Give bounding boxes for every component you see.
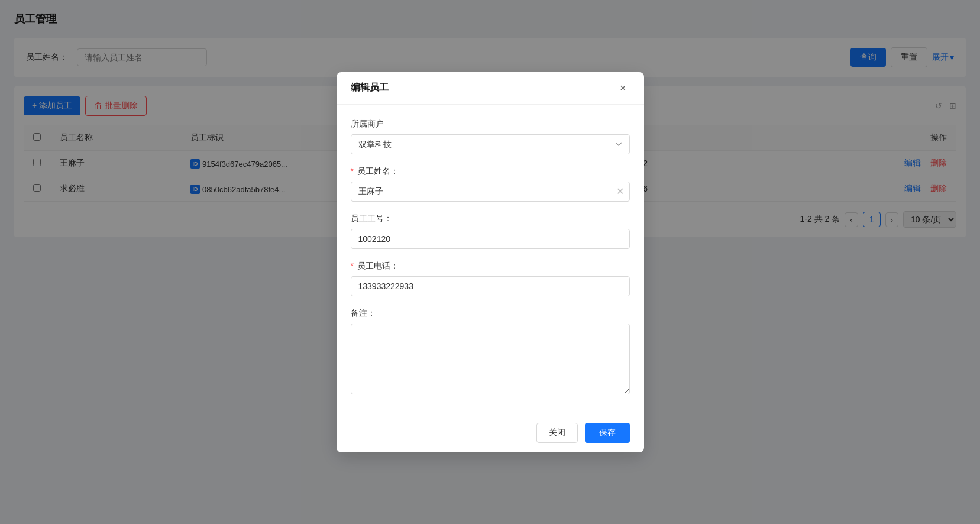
employee-id-field: 员工工号：	[351, 214, 630, 249]
required-mark: *	[351, 261, 354, 270]
edit-employee-modal: 编辑员工 × 所属商户 双掌科技 * 员工姓名： ✕	[337, 72, 644, 452]
remark-label: 备注：	[351, 308, 630, 319]
close-modal-button[interactable]: 关闭	[536, 423, 578, 443]
modal-footer: 关闭 保存	[337, 413, 644, 452]
modal-title: 编辑员工	[351, 82, 389, 94]
employee-id-label: 员工工号：	[351, 214, 630, 224]
merchant-select[interactable]: 双掌科技	[351, 134, 630, 154]
employee-phone-label: * 员工电话：	[351, 261, 630, 271]
employee-name-input[interactable]	[351, 182, 630, 202]
modal-body: 所属商户 双掌科技 * 员工姓名： ✕ 员工工号：	[337, 105, 644, 413]
modal-close-button[interactable]: ×	[616, 82, 630, 95]
employee-name-input-wrapper: ✕	[351, 182, 630, 202]
employee-phone-input[interactable]	[351, 276, 630, 296]
employee-id-input[interactable]	[351, 229, 630, 249]
save-button[interactable]: 保存	[585, 423, 630, 443]
merchant-label: 所属商户	[351, 119, 630, 130]
required-mark: *	[351, 166, 354, 176]
modal-overlay[interactable]: 编辑员工 × 所属商户 双掌科技 * 员工姓名： ✕	[0, 0, 980, 524]
remark-field: 备注：	[351, 308, 630, 396]
employee-name-label: * 员工姓名：	[351, 166, 630, 177]
clear-name-button[interactable]: ✕	[616, 187, 624, 196]
employee-name-field: * 员工姓名： ✕	[351, 166, 630, 202]
merchant-field: 所属商户 双掌科技	[351, 119, 630, 154]
remark-textarea[interactable]	[351, 324, 630, 394]
employee-phone-field: * 员工电话：	[351, 261, 630, 296]
modal-header: 编辑员工 ×	[337, 72, 644, 105]
